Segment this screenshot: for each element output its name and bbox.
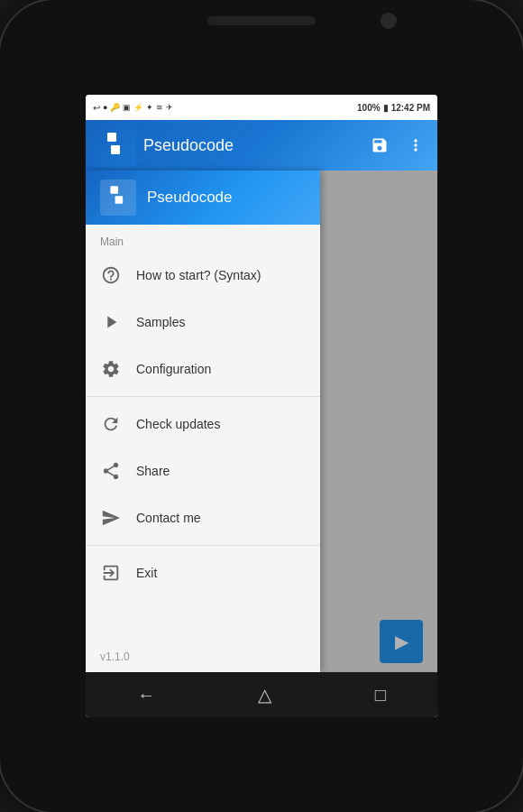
screen: ↩ ● 🔑 ▣ ⚡ ✦ ≋ ✈ 100% ▮ 12:42 PM bbox=[86, 95, 437, 717]
drawer-overlay[interactable] bbox=[320, 171, 437, 672]
section-main-label: Main bbox=[86, 225, 320, 252]
version-label: v1.1.0 bbox=[86, 641, 320, 672]
menu-label-contact-me: Contact me bbox=[136, 511, 201, 525]
back-nav-button[interactable]: ← bbox=[119, 678, 173, 713]
drawer-title: Pseudocode bbox=[147, 189, 233, 207]
home-nav-icon: △ bbox=[258, 685, 271, 705]
usb-icon: ⚡ bbox=[133, 103, 143, 112]
toolbar-actions bbox=[365, 131, 430, 160]
nav-drawer: Pseudocode Main How to start? (Syntax) bbox=[86, 171, 320, 672]
battery-percent: 100% bbox=[357, 103, 381, 113]
play-icon bbox=[100, 311, 122, 333]
wifi-icon: ≋ bbox=[156, 103, 163, 112]
menu-item-contact-me[interactable]: Contact me bbox=[86, 494, 320, 541]
status-left-icons: ↩ ● 🔑 ▣ ⚡ ✦ ≋ ✈ bbox=[93, 103, 173, 113]
app-icon bbox=[93, 124, 136, 167]
app-bar: Pseudocode bbox=[86, 120, 437, 171]
menu-label-share: Share bbox=[136, 464, 170, 478]
refresh-icon bbox=[100, 413, 122, 435]
menu-item-check-updates[interactable]: Check updates bbox=[86, 401, 320, 448]
battery-icon: ▮ bbox=[383, 103, 389, 113]
exit-icon bbox=[100, 562, 122, 584]
menu-label-how-to-start: How to start? (Syntax) bbox=[136, 268, 262, 282]
bluetooth-icon: ✦ bbox=[146, 103, 153, 112]
gear-icon bbox=[100, 358, 122, 380]
recents-nav-button[interactable]: □ bbox=[357, 678, 404, 713]
menu-item-share[interactable]: Share bbox=[86, 448, 320, 494]
menu-label-configuration: Configuration bbox=[136, 362, 211, 376]
more-button[interactable] bbox=[401, 131, 430, 160]
recents-nav-icon: □ bbox=[375, 685, 386, 705]
drawer-header: Pseudocode bbox=[86, 171, 320, 225]
menu-label-check-updates: Check updates bbox=[136, 417, 220, 431]
svg-rect-3 bbox=[115, 196, 124, 204]
svg-rect-2 bbox=[110, 186, 118, 194]
key-icon: 🔑 bbox=[110, 103, 120, 112]
time: 12:42 PM bbox=[391, 103, 430, 113]
menu-item-samples[interactable]: Samples bbox=[86, 299, 320, 346]
menu-label-samples: Samples bbox=[136, 315, 185, 329]
drawer-logo-svg bbox=[107, 185, 129, 210]
back-nav-icon: ← bbox=[137, 685, 155, 705]
send-icon bbox=[100, 507, 122, 529]
airplane-icon: ✈ bbox=[166, 103, 173, 112]
menu-item-configuration[interactable]: Configuration bbox=[86, 346, 320, 392]
home-nav-button[interactable]: △ bbox=[240, 677, 289, 713]
status-right-icons: 100% ▮ 12:42 PM bbox=[357, 103, 430, 113]
phone-shell: ↩ ● 🔑 ▣ ⚡ ✦ ≋ ✈ 100% ▮ 12:42 PM bbox=[0, 0, 523, 812]
status-bar: ↩ ● 🔑 ▣ ⚡ ✦ ≋ ✈ 100% ▮ 12:42 PM bbox=[86, 95, 437, 120]
menu-item-exit[interactable]: Exit bbox=[86, 549, 320, 596]
divider-2 bbox=[86, 545, 320, 546]
app-title: Pseudocode bbox=[143, 136, 365, 155]
svg-rect-1 bbox=[111, 145, 120, 154]
share-icon bbox=[100, 460, 122, 482]
save-button[interactable] bbox=[365, 131, 394, 160]
back-arrow-icon: ↩ bbox=[93, 103, 100, 113]
menu-label-exit: Exit bbox=[136, 566, 157, 580]
bottom-nav: ← △ □ bbox=[86, 672, 437, 717]
question-icon bbox=[100, 264, 122, 286]
drawer-app-icon bbox=[100, 180, 136, 216]
circle-icon: ● bbox=[103, 103, 107, 112]
svg-rect-0 bbox=[107, 133, 116, 142]
app-logo-svg bbox=[102, 131, 127, 160]
photo-icon: ▣ bbox=[123, 103, 131, 112]
menu-item-how-to-start[interactable]: How to start? (Syntax) bbox=[86, 252, 320, 299]
divider-1 bbox=[86, 396, 320, 397]
